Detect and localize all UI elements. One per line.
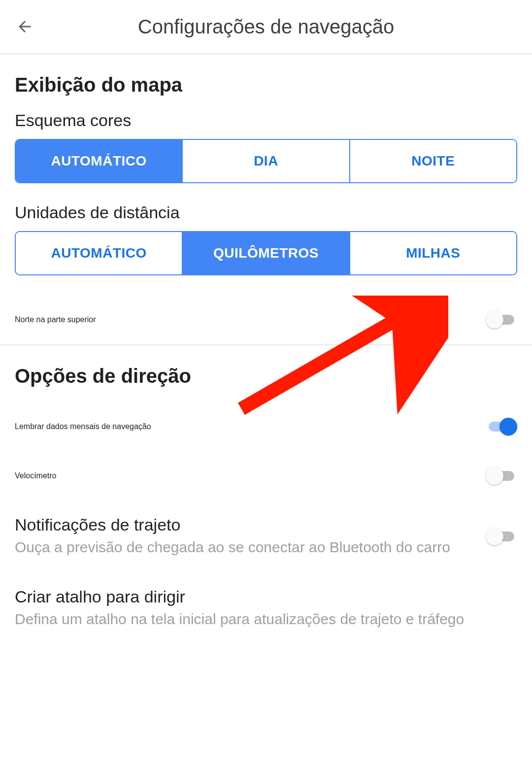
north-up-label: Norte na parte superior bbox=[15, 315, 486, 324]
driving-shortcut-label: Criar atalho para dirigir bbox=[15, 587, 502, 606]
remember-monthly-toggle[interactable] bbox=[486, 417, 517, 436]
trip-notifications-label: Notificações de trajeto bbox=[15, 515, 471, 534]
toggle-knob bbox=[499, 418, 517, 435]
section-title-driving: Opções de direção bbox=[15, 345, 517, 402]
content: Exibição do mapa Esquema cores AUTOMÁTIC… bbox=[0, 54, 532, 644]
toggle-knob bbox=[486, 467, 503, 485]
remember-monthly-row: Lembrar dados mensais de navegação bbox=[15, 402, 517, 451]
trip-notifications-row: Notificações de trajeto Ouça a previsão … bbox=[15, 501, 517, 572]
trip-notifications-toggle[interactable] bbox=[486, 527, 517, 546]
driving-shortcut-row[interactable]: Criar atalho para dirigir Defina um atal… bbox=[15, 572, 517, 644]
trip-notifications-sub: Ouça a previsão de chegada ao se conecta… bbox=[15, 534, 471, 558]
app-bar: Configurações de navegação bbox=[0, 0, 532, 54]
color-scheme-option-day[interactable]: DIA bbox=[182, 140, 349, 182]
remember-monthly-label: Lembrar dados mensais de navegação bbox=[15, 422, 486, 431]
distance-units-option-auto[interactable]: AUTOMÁTICO bbox=[16, 232, 182, 274]
color-scheme-label: Esquema cores bbox=[15, 111, 517, 139]
north-up-toggle[interactable] bbox=[486, 310, 517, 330]
distance-units-option-km[interactable]: QUILÔMETROS bbox=[182, 232, 349, 274]
distance-units-label: Unidades de distância bbox=[15, 203, 517, 231]
distance-units-option-miles[interactable]: MILHAS bbox=[349, 232, 516, 274]
page-title: Configurações de navegação bbox=[138, 16, 394, 38]
color-scheme-option-night[interactable]: NOITE bbox=[349, 140, 516, 182]
driving-shortcut-sub: Defina um atalho na tela inicial para at… bbox=[15, 606, 502, 630]
speedometer-toggle[interactable] bbox=[486, 466, 517, 486]
back-button[interactable] bbox=[15, 17, 34, 36]
distance-units-group: AUTOMÁTICO QUILÔMETROS MILHAS bbox=[15, 231, 517, 275]
color-scheme-option-auto[interactable]: AUTOMÁTICO bbox=[16, 140, 182, 182]
arrow-left-icon bbox=[16, 18, 33, 35]
section-title-map: Exibição do mapa bbox=[15, 54, 517, 111]
north-up-row: Norte na parte superior bbox=[15, 295, 517, 344]
speedometer-row: Velocímetro bbox=[15, 451, 517, 501]
toggle-knob bbox=[486, 311, 503, 329]
color-scheme-group: AUTOMÁTICO DIA NOITE bbox=[15, 139, 517, 183]
speedometer-label: Velocímetro bbox=[15, 471, 486, 480]
toggle-knob bbox=[486, 528, 503, 545]
